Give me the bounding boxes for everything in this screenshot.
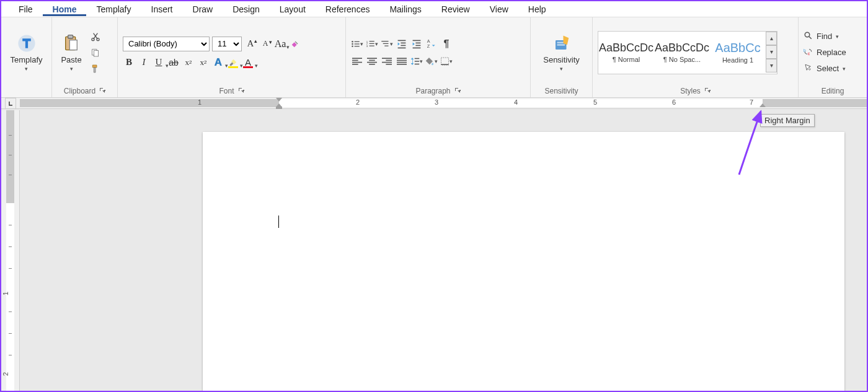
font-size-select[interactable]: 11 (212, 37, 242, 51)
svg-rect-18 (370, 45, 374, 46)
svg-text:3: 3 (366, 45, 368, 48)
group-styles: AaBbCcDc ¶ Normal AaBbCcDc ¶ No Spac... … (593, 17, 799, 97)
font-color-button[interactable]: A▾ (242, 56, 254, 69)
svg-text:b: b (804, 48, 806, 52)
styles-scroll-up[interactable]: ▴ (766, 32, 777, 45)
annotation-arrow (733, 107, 770, 181)
menu-help[interactable]: Help (518, 2, 556, 16)
style-heading-1[interactable]: AaBbCc Heading 1 (710, 32, 766, 74)
menu-templafy[interactable]: Templafy (86, 2, 141, 16)
svg-rect-40 (382, 58, 392, 59)
menu-file[interactable]: File (9, 2, 43, 16)
bullets-button[interactable]: ▾ (351, 38, 363, 50)
justify-button[interactable] (396, 55, 408, 68)
font-name-select[interactable]: Calibri (Body) (123, 37, 210, 51)
align-left-button[interactable] (351, 55, 363, 68)
paste-label: Paste (61, 55, 81, 64)
align-right-button[interactable] (381, 55, 393, 68)
style-normal[interactable]: AaBbCcDc ¶ Normal (598, 32, 654, 74)
vertical-ruler[interactable]: 1 2 (1, 110, 20, 391)
menu-home[interactable]: Home (43, 2, 87, 16)
svg-rect-48 (412, 59, 413, 64)
shading-button[interactable]: ▾ (425, 55, 438, 68)
strikethrough-button[interactable]: ab (167, 56, 180, 69)
paragraph-label: Paragraph (415, 87, 450, 95)
svg-rect-22 (398, 40, 406, 41)
font-launcher[interactable] (238, 87, 244, 95)
numbering-button[interactable]: 123▾ (366, 38, 378, 50)
shrink-font-button[interactable]: A▾ (259, 38, 272, 50)
svg-rect-47 (397, 64, 407, 65)
multilevel-list-button[interactable]: ▾ (381, 38, 393, 50)
italic-button[interactable]: I (138, 56, 150, 69)
text-effects-button[interactable]: A▾ (212, 56, 224, 69)
underline-button[interactable]: U▾ (153, 56, 165, 69)
svg-rect-42 (382, 61, 392, 63)
replace-button[interactable]: bc Replace (804, 46, 846, 59)
increase-indent-button[interactable] (410, 38, 423, 50)
clear-formatting-button[interactable] (289, 38, 301, 50)
svg-rect-2 (69, 40, 77, 50)
superscript-button[interactable]: x2 (197, 56, 210, 69)
sensitivity-btn-label: Sensitivity (543, 55, 580, 64)
borders-button[interactable]: ▾ (440, 55, 453, 68)
svg-rect-20 (383, 43, 389, 43)
menu-insert[interactable]: Insert (141, 2, 183, 16)
style-no-spacing[interactable]: AaBbCcDc ¶ No Spac... (654, 32, 710, 74)
svg-rect-41 (386, 59, 392, 61)
svg-rect-27 (415, 42, 420, 43)
menu-view[interactable]: View (480, 2, 518, 16)
sensitivity-button[interactable]: Sensitivity ▾ (539, 32, 583, 73)
clipboard-launcher[interactable] (99, 87, 105, 95)
menu-draw[interactable]: Draw (183, 2, 223, 16)
left-indent[interactable] (276, 107, 282, 109)
show-marks-button[interactable]: ¶ (440, 38, 453, 50)
templafy-icon (16, 33, 37, 54)
format-painter-button[interactable] (89, 63, 102, 75)
select-button[interactable]: Select▾ (804, 62, 846, 76)
svg-rect-37 (369, 59, 375, 61)
svg-rect-35 (352, 64, 358, 65)
svg-rect-51 (415, 63, 420, 64)
templafy-button[interactable]: Templafy ▾ (6, 32, 46, 73)
svg-rect-32 (352, 58, 362, 59)
paragraph-launcher[interactable] (454, 87, 461, 95)
highlight-button[interactable]: ▾ (227, 56, 239, 69)
svg-point-7 (352, 41, 353, 43)
grow-font-button[interactable]: A▴ (244, 38, 257, 50)
copy-button[interactable] (89, 46, 102, 59)
svg-rect-49 (415, 58, 420, 59)
subscript-button[interactable]: x2 (182, 56, 195, 69)
styles-label: Styles (680, 87, 701, 95)
sensitivity-icon (551, 33, 572, 54)
line-spacing-button[interactable]: ▾ (410, 55, 423, 68)
align-center-button[interactable] (366, 55, 378, 68)
menu-design[interactable]: Design (223, 2, 270, 16)
decrease-indent-button[interactable] (396, 38, 408, 50)
menu-bar: File Home Templafy Insert Draw Design La… (1, 1, 867, 17)
first-line-indent[interactable] (276, 98, 282, 102)
svg-rect-12 (355, 46, 360, 46)
svg-rect-26 (413, 40, 421, 41)
styles-scroll-down[interactable]: ▾ (766, 45, 777, 59)
text-cursor (278, 216, 279, 228)
paste-icon (61, 33, 82, 54)
menu-layout[interactable]: Layout (270, 2, 316, 16)
group-sensitivity: Sensitivity ▾ Sensitivity (531, 17, 593, 97)
menu-mailings[interactable]: Mailings (379, 2, 431, 16)
menu-review[interactable]: Review (432, 2, 480, 16)
sort-button[interactable]: AZ (425, 38, 438, 50)
chevron-down-icon: ▾ (25, 66, 28, 72)
paste-button[interactable]: Paste ▾ (57, 32, 86, 73)
cut-button[interactable] (89, 30, 102, 43)
styles-expand[interactable]: ▾ (766, 59, 777, 72)
svg-rect-23 (401, 42, 405, 43)
svg-point-11 (352, 45, 353, 47)
menu-references[interactable]: References (316, 2, 380, 16)
change-case-button[interactable]: Aa▾ (274, 38, 286, 50)
bold-button[interactable]: B (123, 56, 135, 69)
find-button[interactable]: Find▾ (804, 30, 846, 43)
svg-rect-39 (369, 64, 375, 65)
styles-launcher[interactable] (704, 87, 711, 95)
group-editing: Find▾ bc Replace Select▾ Editing (799, 17, 867, 97)
